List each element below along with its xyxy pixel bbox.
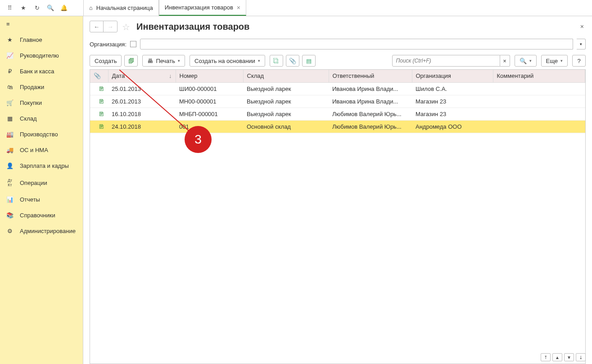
warehouse-icon: ▦ (6, 115, 14, 122)
sidebar: ≡ ★Главное 📈Руководителю ₽Банк и касса 🛍… (0, 16, 83, 364)
sidebar-item-purchases[interactable]: 🛒Покупки (0, 95, 83, 111)
bag-icon: 🛍 (6, 84, 14, 90)
org-input[interactable] (140, 39, 573, 49)
apps-icon[interactable]: ⠿ (6, 4, 14, 12)
sidebar-item-sales[interactable]: 🛍Продажи (0, 79, 83, 95)
table-row[interactable]: 🖹 26.01.2013 МН00-000001 Выездной ларек … (90, 95, 585, 108)
copy-icon: 🗐 (128, 58, 134, 64)
star-icon[interactable]: ★ (20, 4, 27, 12)
paperclip-icon: 📎 (289, 58, 296, 64)
scroll-down-button[interactable]: ▼ (564, 353, 574, 361)
dtkt-icon: ДтКт (6, 178, 14, 187)
chevron-down-icon: ▾ (178, 58, 180, 63)
document-icon: 🖹 (99, 98, 104, 105)
more-button[interactable]: Еще▾ (541, 55, 568, 67)
factory-icon: 🏭 (6, 131, 14, 138)
back-button[interactable]: ← (90, 21, 104, 32)
hierarchy-icon: ⿻ (273, 58, 279, 64)
table-row[interactable]: 🖹 16.10.2018 МНБП-000001 Выездной ларек … (90, 108, 585, 120)
help-button[interactable]: ? (572, 55, 586, 67)
sidebar-item-production[interactable]: 🏭Производство (0, 126, 83, 142)
col-attach[interactable]: 📎 (90, 70, 108, 82)
bars-icon: 📊 (6, 196, 14, 203)
col-number[interactable]: Номер (176, 70, 243, 82)
favorite-button[interactable]: ☆ (122, 22, 132, 31)
page-title: Инвентаризация товаров (136, 22, 574, 32)
col-responsible[interactable]: Ответственный (329, 70, 412, 82)
tab-inventory[interactable]: Инвентаризация товаров × (159, 0, 246, 16)
menu-icon[interactable]: ≡ (0, 16, 83, 32)
sidebar-item-os[interactable]: 🚚ОС и НМА (0, 142, 83, 158)
magnifier-icon: 🔍 (520, 58, 527, 64)
home-icon: ⌂ (89, 4, 93, 11)
tab-inventory-label: Инвентаризация товаров (165, 4, 233, 11)
col-date[interactable]: Дата↓ (108, 70, 176, 82)
search-clear-button[interactable]: × (500, 55, 510, 67)
nav-arrows: ← → (90, 21, 117, 32)
truck-icon: 🚚 (6, 147, 14, 153)
chevron-down-icon: ▾ (529, 58, 532, 63)
col-organization[interactable]: Организация (412, 70, 493, 82)
paperclip-icon: 📎 (94, 72, 101, 79)
star-outline-icon: ★ (6, 36, 14, 43)
sidebar-item-manager[interactable]: 📈Руководителю (0, 48, 83, 63)
table-row[interactable]: 🖹 25.01.2013 ШИ00-000001 Выездной ларек … (90, 82, 585, 95)
document-icon: 🖹 (99, 85, 104, 92)
sidebar-item-salary[interactable]: 👤Зарплата и кадры (0, 158, 83, 174)
org-label: Организация: (90, 41, 127, 48)
scroll-up-button[interactable]: ▲ (552, 353, 562, 361)
history-icon[interactable]: ↻ (33, 4, 41, 12)
tab-home-label: Начальная страница (96, 4, 153, 11)
col-comment[interactable]: Комментарий (493, 70, 585, 82)
top-bar: ⠿ ★ ↻ 🔍 🔔 ⌂ Начальная страница Инвентари… (0, 0, 592, 16)
print-button[interactable]: 🖶Печать▾ (142, 55, 185, 67)
person-icon: 👤 (6, 162, 14, 169)
document-icon: 🖹 (99, 111, 104, 117)
org-checkbox[interactable] (130, 41, 136, 47)
close-icon[interactable]: × (237, 4, 240, 11)
org-dropdown-button[interactable]: ▾ (577, 39, 586, 49)
book-icon: 📚 (6, 212, 14, 219)
col-warehouse[interactable]: Склад (243, 70, 329, 82)
printer-icon: 🖶 (147, 58, 153, 64)
sidebar-item-catalogs[interactable]: 📚Справочники (0, 207, 83, 223)
create-button[interactable]: Создать (90, 55, 122, 67)
list-icon: ▤ (306, 58, 312, 64)
scroll-top-button[interactable]: ⤒ (541, 353, 551, 361)
table-row[interactable]: 🖹 24.10.2018 001 Основной склад Любимов … (90, 120, 585, 133)
tab-home[interactable]: ⌂ Начальная страница (83, 0, 159, 16)
cart-icon: 🛒 (6, 99, 14, 106)
search-input[interactable] (392, 55, 500, 67)
bell-icon[interactable]: 🔔 (60, 4, 68, 12)
search-dropdown-button[interactable]: 🔍▾ (515, 55, 537, 67)
ruble-icon: ₽ (6, 68, 14, 75)
sidebar-item-admin[interactable]: ⚙Администрирование (0, 223, 83, 239)
sidebar-item-reports[interactable]: 📊Отчеты (0, 192, 83, 207)
sidebar-item-warehouse[interactable]: ▦Склад (0, 111, 83, 126)
document-icon: 🖹 (99, 123, 104, 130)
create-based-button[interactable]: Создать на основании▾ (190, 55, 265, 67)
sidebar-item-bank[interactable]: ₽Банк и касса (0, 63, 83, 79)
structure-button[interactable]: ⿻ (270, 55, 283, 67)
chart-icon: 📈 (6, 52, 14, 59)
gear-icon: ⚙ (6, 228, 14, 234)
chevron-down-icon: ▾ (560, 58, 563, 63)
close-page-button[interactable]: × (578, 23, 586, 30)
list-button[interactable]: ▤ (302, 55, 316, 67)
data-table: 📎 Дата↓ Номер Склад Ответственный Органи… (90, 69, 586, 364)
sidebar-item-operations[interactable]: ДтКтОперации (0, 174, 83, 192)
sidebar-item-main[interactable]: ★Главное (0, 32, 83, 48)
chevron-down-icon: ▾ (258, 58, 260, 63)
sort-asc-icon: ↓ (169, 72, 172, 79)
attach-button[interactable]: 📎 (286, 55, 299, 67)
scroll-controls: ⤒ ▲ ▼ ⤓ (541, 353, 586, 361)
copy-button[interactable]: 🗐 (124, 55, 138, 67)
scroll-bottom-button[interactable]: ⤓ (576, 353, 586, 361)
forward-button[interactable]: → (104, 21, 117, 32)
search-top-icon[interactable]: 🔍 (47, 4, 54, 12)
